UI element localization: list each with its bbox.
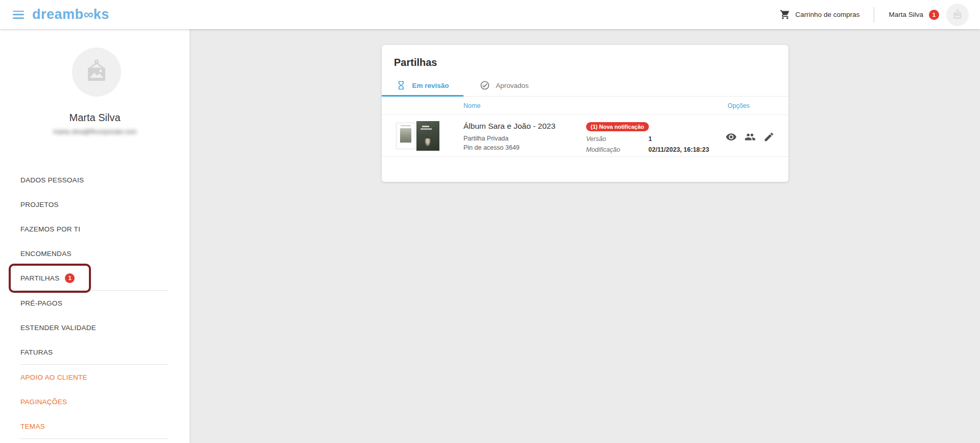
version-line: Versão 1 (586, 134, 709, 145)
card-title: Partilhas (382, 45, 788, 75)
sidebar-item-dados-pessoais[interactable]: DADOS PESSOAIS (0, 168, 190, 192)
sidebar-item-projetos[interactable]: PROJETOS (0, 192, 190, 217)
sidebar-item-label: TEMAS (20, 423, 45, 430)
modification-value: 02/11/2023, 16:18:23 (648, 145, 709, 155)
topbar: dreamb∞ks Carrinho de compras Marta Silv… (0, 0, 980, 29)
edit-button[interactable] (763, 131, 775, 143)
cart-button[interactable]: Carrinho de compras (780, 9, 859, 20)
row-meta: (1) Nova notificação Versão 1 Modificaçã… (586, 122, 709, 155)
menu-icon[interactable] (13, 11, 24, 19)
row-main-info: Álbum Sara e João - 2023 Partilha Privad… (463, 122, 555, 152)
partilhas-card: Partilhas Em revisão Aprovados Nome Opçõ… (382, 45, 788, 182)
sidebar-item-label: APOIO AO CLIENTE (20, 374, 87, 381)
profile-email-redacted: marta.silva@fhcorporate.com (0, 128, 190, 135)
table-row[interactable]: Álbum Sara e João - 2023 Partilha Privad… (382, 115, 788, 157)
sidebar-item-partilhas[interactable]: PARTILHAS 1 (0, 266, 190, 290)
album-cover-back (416, 121, 439, 151)
people-icon (744, 131, 756, 143)
sidebar-item-label: PARTILHAS (20, 274, 59, 282)
row-actions (725, 131, 775, 143)
sidebar-item-label: PRÉ-PAGOS (20, 299, 62, 307)
version-label: Versão (586, 134, 648, 145)
sidebar-item-faturas[interactable]: FATURAS (0, 340, 190, 364)
sidebar: Marta Silva marta.silva@fhcorporate.com … (0, 29, 190, 443)
version-value: 1 (648, 134, 652, 145)
column-header-nome: Nome (463, 102, 480, 109)
cart-label: Carrinho de compras (795, 11, 859, 18)
topbar-divider (874, 7, 874, 22)
sidebar-item-label: PAGINAÇÕES (20, 398, 67, 406)
eye-icon (726, 131, 737, 143)
user-name: Marta Silva (889, 11, 923, 18)
tab-label: Aprovados (496, 82, 529, 89)
sidebar-item-encomendas[interactable]: ENCOMENDAS (0, 241, 190, 266)
hourglass-icon (396, 80, 406, 90)
sidebar-item-label: FAZEMOS POR TI (20, 225, 80, 233)
album-name: Álbum Sara e João - 2023 (463, 122, 555, 131)
sidebar-item-label: DADOS PESSOAIS (20, 176, 84, 184)
check-circle-icon (480, 80, 490, 90)
sidebar-nav: DADOS PESSOAIS PROJETOS FAZEMOS POR TI E… (0, 168, 190, 439)
card-footer (382, 157, 788, 182)
notification-badge: 1 (929, 10, 939, 20)
profile-name: Marta Silva (0, 112, 190, 124)
sidebar-item-paginacoes[interactable]: PAGINAÇÕES (0, 389, 190, 414)
new-notification-badge: (1) Nova notificação (586, 122, 649, 131)
sidebar-item-estender-validade[interactable]: ESTENDER VALIDADE (0, 315, 190, 340)
infinity-icon: ∞ (84, 7, 94, 22)
image-placeholder-icon (951, 9, 964, 21)
sidebar-item-label: ESTENDER VALIDADE (20, 324, 96, 332)
access-pin: Pin de acesso 3649 (463, 143, 555, 152)
dreambooks-app: dreamb∞ks Carrinho de compras Marta Silv… (0, 0, 980, 443)
sidebar-divider (20, 438, 168, 439)
tab-label: Em revisão (412, 82, 449, 89)
pencil-icon (763, 131, 775, 143)
column-header-opcoes: Opções (728, 102, 750, 109)
sidebar-item-label: FATURAS (20, 348, 53, 356)
modification-line: Modificação 02/11/2023, 16:18:23 (586, 145, 709, 155)
sidebar-item-pre-pagos[interactable]: PRÉ-PAGOS (0, 291, 190, 315)
user-menu[interactable]: Marta Silva 1 (889, 4, 969, 26)
cart-icon (780, 9, 790, 20)
modification-label: Modificação (586, 145, 648, 155)
sidebar-item-temas[interactable]: TEMAS (0, 414, 190, 438)
album-thumbnails (396, 121, 439, 151)
sidebar-item-label: PROJETOS (20, 201, 59, 208)
view-button[interactable] (725, 131, 737, 143)
image-placeholder-icon (83, 58, 110, 86)
shared-users-button[interactable] (744, 131, 756, 143)
share-privacy: Partilha Privada (463, 134, 555, 143)
album-cover-front (396, 123, 415, 149)
logo-text-first: dreamb (32, 7, 84, 22)
sidebar-item-label: ENCOMENDAS (20, 250, 72, 258)
topbar-right: Carrinho de compras Marta Silva 1 (780, 4, 969, 26)
logo-text-last: ks (94, 7, 109, 22)
profile-avatar[interactable] (72, 48, 121, 97)
dreambooks-logo[interactable]: dreamb∞ks (32, 7, 109, 22)
sidebar-item-apoio-ao-cliente[interactable]: APOIO AO CLIENTE (0, 365, 190, 389)
sidebar-item-fazemos-por-ti[interactable]: FAZEMOS POR TI (0, 217, 190, 241)
table-header: Nome Opções (382, 97, 788, 115)
tab-aprovados[interactable]: Aprovados (463, 75, 545, 96)
partilhas-count-badge: 1 (65, 273, 75, 283)
avatar[interactable] (946, 4, 969, 26)
tab-em-revisao[interactable]: Em revisão (382, 75, 463, 96)
tabs: Em revisão Aprovados (382, 75, 788, 97)
